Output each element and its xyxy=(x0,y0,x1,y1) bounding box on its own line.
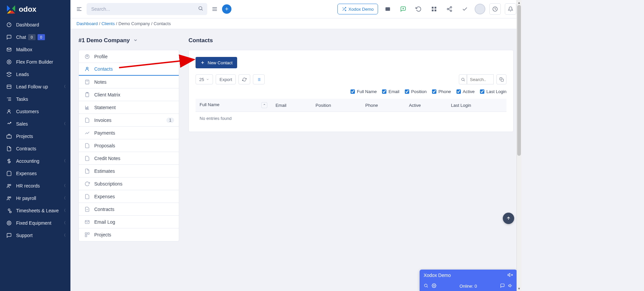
chat-vol-off-icon[interactable] xyxy=(507,272,513,279)
sidebar-item-lead-follow-up[interactable]: Lead Follow up〈 xyxy=(0,80,70,93)
tab-invoices[interactable]: Invoices1 xyxy=(79,114,179,127)
sidebar-item-support[interactable]: Support〈 xyxy=(0,229,70,241)
sidebar-item-hr-records[interactable]: HR records〈 xyxy=(0,179,70,192)
filter-last-login[interactable]: Last Login xyxy=(480,89,506,94)
chat-widget[interactable]: Xodox Demo Online: 0 xyxy=(420,270,517,291)
chat-volume-icon[interactable] xyxy=(508,283,513,289)
tab-credit-notes[interactable]: Credit Notes xyxy=(79,152,179,165)
sidebar-item-chat[interactable]: Chat00 xyxy=(0,31,70,43)
history-icon[interactable] xyxy=(413,3,424,15)
clock-icon[interactable] xyxy=(489,3,501,15)
search-input[interactable] xyxy=(87,3,207,15)
avatar[interactable] xyxy=(475,4,485,14)
column-active[interactable]: Active xyxy=(405,99,447,112)
breadcrumb-dashboard[interactable]: Dashboard xyxy=(76,21,98,26)
check-icon[interactable] xyxy=(459,3,471,15)
sidebar-item-flex-form-builder[interactable]: Flex Form Builder xyxy=(0,56,70,68)
logo[interactable]: odox xyxy=(0,0,70,18)
page-size-select[interactable]: 25 xyxy=(196,74,213,84)
tab-statement[interactable]: Statement xyxy=(79,101,179,114)
chevron-left-icon: 〈 xyxy=(62,220,66,225)
filter-position[interactable]: Position xyxy=(405,89,427,94)
filter-full-name[interactable]: Full Name xyxy=(351,89,377,94)
tab-notes[interactable]: Notes xyxy=(79,76,179,88)
sidebar-item-expenses[interactable]: Expenses xyxy=(0,167,70,179)
tab-expenses[interactable]: Expenses xyxy=(79,190,179,203)
sidebar-item-leads[interactable]: Leads xyxy=(0,68,70,80)
scrollbar-up-icon[interactable]: ▲ xyxy=(517,0,522,5)
tab-label: Projects xyxy=(94,232,111,237)
sidebar-item-fixed-equipment[interactable]: Fixed Equipment〈 xyxy=(0,217,70,229)
filter-checkbox[interactable] xyxy=(382,89,386,94)
tab-estimates[interactable]: Estimates xyxy=(79,165,179,177)
bell-icon[interactable] xyxy=(505,3,516,15)
filter-checkbox[interactable] xyxy=(457,89,461,94)
comment-icon[interactable] xyxy=(397,3,409,15)
sidebar-item-accounting[interactable]: Accounting〈 xyxy=(0,155,70,167)
sidebar-item-dashboard[interactable]: Dashboard xyxy=(0,18,70,31)
sidebar-item-contracts[interactable]: Contracts xyxy=(0,142,70,155)
sidebar-item-customers[interactable]: Customers xyxy=(0,105,70,118)
new-contact-button[interactable]: New Contact xyxy=(196,57,237,68)
add-button[interactable]: + xyxy=(222,4,231,14)
column-full-name[interactable]: Full Name⌃ xyxy=(196,99,271,112)
tab-client-matrix[interactable]: Client Matrix xyxy=(79,88,179,101)
filter-checkbox[interactable] xyxy=(351,89,355,94)
people-icon xyxy=(5,183,13,189)
column-position[interactable]: Position xyxy=(312,99,361,112)
filter-checkbox[interactable] xyxy=(405,89,409,94)
scrollbar-down-icon[interactable]: ▼ xyxy=(517,286,522,291)
chat-gear-icon[interactable] xyxy=(432,283,436,289)
expand-button[interactable] xyxy=(496,74,506,84)
scrollbar-thumb[interactable] xyxy=(517,5,521,156)
tab-proposals[interactable]: Proposals xyxy=(79,139,179,152)
sidebar-item-timesheets-leave[interactable]: Timesheets & Leave〈 xyxy=(0,204,70,217)
tab-projects[interactable]: Projects xyxy=(79,228,179,241)
filter-email[interactable]: Email xyxy=(382,89,399,94)
tab-email-log[interactable]: Email Log xyxy=(79,216,179,228)
share-icon[interactable] xyxy=(444,3,455,15)
chevron-down-icon[interactable] xyxy=(133,38,138,44)
topbar: + Xodox Demo xyxy=(70,0,522,18)
tab-subscriptions[interactable]: Subscriptions xyxy=(79,177,179,190)
section-title: Contacts xyxy=(189,37,514,44)
filter-checkbox[interactable] xyxy=(432,89,436,94)
column-last-login[interactable]: Last Login xyxy=(447,99,506,112)
table-search-input[interactable] xyxy=(467,74,494,84)
no-entries-text: No entries found xyxy=(196,112,506,125)
filter-active[interactable]: Active xyxy=(457,89,475,94)
refresh-button[interactable] xyxy=(238,74,250,84)
table-search-icon[interactable] xyxy=(459,74,467,84)
sidebar-item-tasks[interactable]: Tasks xyxy=(0,93,70,105)
search-icon[interactable] xyxy=(198,6,203,12)
column-phone[interactable]: Phone xyxy=(361,99,405,112)
tab-payments[interactable]: Payments xyxy=(79,127,179,139)
hamburger-icon[interactable] xyxy=(211,6,218,12)
scroll-top-button[interactable] xyxy=(503,213,514,224)
sidebar-item-hr-payroll[interactable]: Hr payroll〈 xyxy=(0,192,70,204)
export-button[interactable]: Export xyxy=(216,74,236,84)
people-icon xyxy=(5,196,13,201)
target-icon xyxy=(5,220,13,226)
filter-checkbox[interactable] xyxy=(480,89,484,94)
menu-collapse-icon[interactable] xyxy=(76,6,83,12)
column-email[interactable]: Email xyxy=(271,99,311,112)
tab-profile[interactable]: Profile xyxy=(79,50,179,63)
breadcrumb-clients[interactable]: Clients xyxy=(101,21,115,26)
apps-icon[interactable] xyxy=(428,3,440,15)
sort-asc-icon[interactable]: ⌃ xyxy=(261,102,267,108)
sidebar-item-projects[interactable]: Projects xyxy=(0,130,70,142)
chat-message-icon[interactable] xyxy=(500,283,505,289)
sidebar-item-sales[interactable]: Sales〈 xyxy=(0,118,70,130)
chat-search-icon[interactable] xyxy=(424,283,428,289)
svg-point-23 xyxy=(8,222,10,224)
sidebar-item-mailbox[interactable]: Mailbox xyxy=(0,43,70,56)
tab-contacts[interactable]: Contacts xyxy=(79,63,179,76)
columns-button[interactable] xyxy=(253,74,265,84)
mail-icon xyxy=(5,47,13,52)
card-icon[interactable] xyxy=(382,3,393,15)
tab-contracts[interactable]: Contracts xyxy=(79,203,179,216)
vertical-scrollbar[interactable]: ▲ ▼ xyxy=(517,0,522,291)
demo-button[interactable]: Xodox Demo xyxy=(337,4,378,14)
filter-phone[interactable]: Phone xyxy=(432,89,451,94)
